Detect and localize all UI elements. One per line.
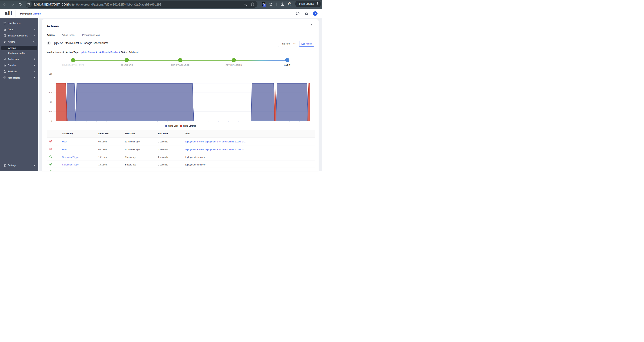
svg-text:0.25: 0.25 — [48, 111, 52, 113]
svg-text:0.75: 0.75 — [48, 92, 52, 94]
svg-text:0.5: 0.5 — [50, 101, 52, 103]
svg-text:1.25: 1.25 — [48, 73, 52, 75]
svg-text:0: 0 — [51, 120, 52, 122]
svg-text:1: 1 — [51, 82, 52, 84]
